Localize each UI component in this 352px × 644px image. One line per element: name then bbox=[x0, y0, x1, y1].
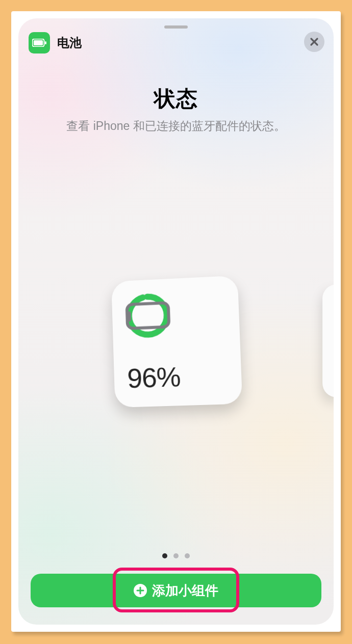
header: 电池 bbox=[18, 29, 334, 57]
page-dot[interactable] bbox=[173, 553, 179, 558]
outer-frame: 电池 状态 查看 iPhone 和已连接的蓝牙配件的状态。 bbox=[11, 11, 341, 632]
add-widget-button[interactable]: 添加小组件 bbox=[31, 574, 321, 607]
widget-carousel[interactable]: 96% bbox=[112, 278, 240, 406]
svg-rect-1 bbox=[34, 40, 43, 45]
battery-app-icon bbox=[29, 32, 50, 53]
add-widget-label: 添加小组件 bbox=[152, 582, 218, 600]
svg-rect-2 bbox=[45, 41, 46, 44]
battery-ring bbox=[124, 292, 171, 339]
widget-picker-sheet: 电池 状态 查看 iPhone 和已连接的蓝牙配件的状态。 bbox=[18, 18, 334, 625]
page-subtitle: 查看 iPhone 和已连接的蓝牙配件的状态。 bbox=[18, 118, 334, 134]
battery-widget-small: 96% bbox=[111, 276, 242, 408]
close-icon bbox=[310, 37, 319, 46]
page-dot[interactable] bbox=[185, 553, 190, 558]
title-block: 状态 查看 iPhone 和已连接的蓝牙配件的状态。 bbox=[18, 85, 334, 134]
app-name-label: 电池 bbox=[57, 35, 82, 51]
close-button[interactable] bbox=[304, 32, 324, 52]
svg-rect-6 bbox=[127, 311, 131, 321]
iphone-icon bbox=[124, 292, 171, 339]
next-widget-preview[interactable] bbox=[322, 284, 334, 397]
plus-circle-icon bbox=[134, 584, 147, 597]
page-dot[interactable] bbox=[162, 553, 167, 558]
page-dots[interactable] bbox=[18, 553, 334, 558]
page-title: 状态 bbox=[18, 85, 334, 113]
battery-percent-label: 96% bbox=[127, 361, 181, 394]
svg-rect-5 bbox=[127, 303, 169, 329]
